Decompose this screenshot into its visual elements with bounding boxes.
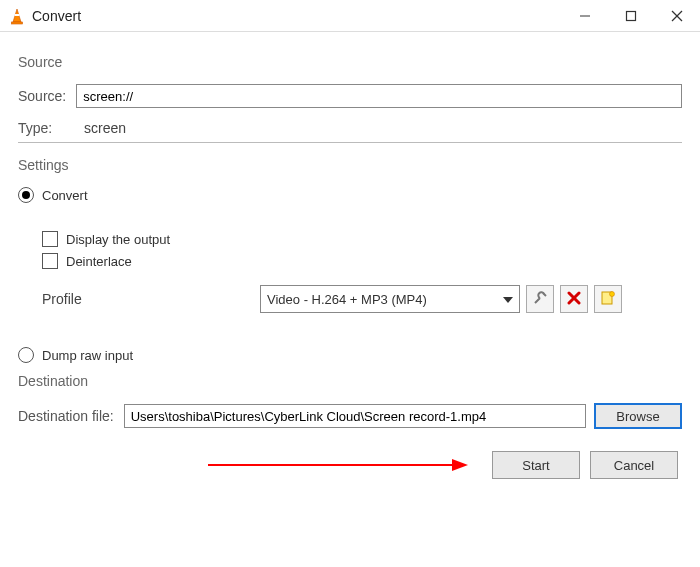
source-input[interactable] [76,84,682,108]
browse-button[interactable]: Browse [594,403,682,429]
arrow-annotation-icon [208,455,468,475]
source-label: Source: [18,88,66,104]
profile-selected-value: Video - H.264 + MP3 (MP4) [267,292,427,307]
new-profile-button[interactable] [594,285,622,313]
svg-marker-14 [452,459,468,471]
deinterlace-label: Deinterlace [66,254,132,269]
minimize-button[interactable] [562,0,608,32]
divider [18,142,682,143]
display-output-checkbox[interactable] [42,231,58,247]
close-button[interactable] [654,0,700,32]
display-output-row[interactable]: Display the output [42,231,682,247]
svg-rect-2 [12,22,23,24]
type-value: screen [84,120,126,136]
maximize-button[interactable] [608,0,654,32]
chevron-down-icon [503,292,513,307]
dump-raw-label: Dump raw input [42,348,133,363]
destination-file-input[interactable] [124,404,586,428]
vlc-cone-icon [8,7,26,25]
profile-select[interactable]: Video - H.264 + MP3 (MP4) [260,285,520,313]
type-label: Type: [18,120,68,136]
browse-button-label: Browse [616,409,659,424]
delete-profile-button[interactable] [560,285,588,313]
new-document-icon [600,290,616,309]
dialog-content: Source Source: Type: screen Settings Con… [0,32,700,479]
convert-radio-label: Convert [42,188,88,203]
svg-marker-7 [503,297,513,303]
window-title: Convert [32,8,81,24]
start-button-label: Start [522,458,549,473]
display-output-label: Display the output [66,232,170,247]
start-button[interactable]: Start [492,451,580,479]
titlebar: Convert [0,0,700,32]
cancel-button-label: Cancel [614,458,654,473]
settings-section-label: Settings [18,157,682,173]
destination-file-label: Destination file: [18,408,114,424]
convert-radio-row[interactable]: Convert [18,187,682,203]
destination-section-label: Destination [18,373,682,389]
delete-x-icon [567,291,581,308]
deinterlace-row[interactable]: Deinterlace [42,253,682,269]
svg-line-8 [543,293,546,296]
convert-radio[interactable] [18,187,34,203]
source-section-label: Source [18,54,682,70]
deinterlace-checkbox[interactable] [42,253,58,269]
svg-rect-1 [15,14,20,16]
window-controls [562,0,700,32]
svg-point-12 [610,291,615,296]
dump-raw-radio-row[interactable]: Dump raw input [18,347,682,363]
edit-profile-button[interactable] [526,285,554,313]
profile-label: Profile [42,291,112,307]
dump-raw-radio[interactable] [18,347,34,363]
svg-rect-4 [627,11,636,20]
cancel-button[interactable]: Cancel [590,451,678,479]
wrench-icon [532,290,548,309]
